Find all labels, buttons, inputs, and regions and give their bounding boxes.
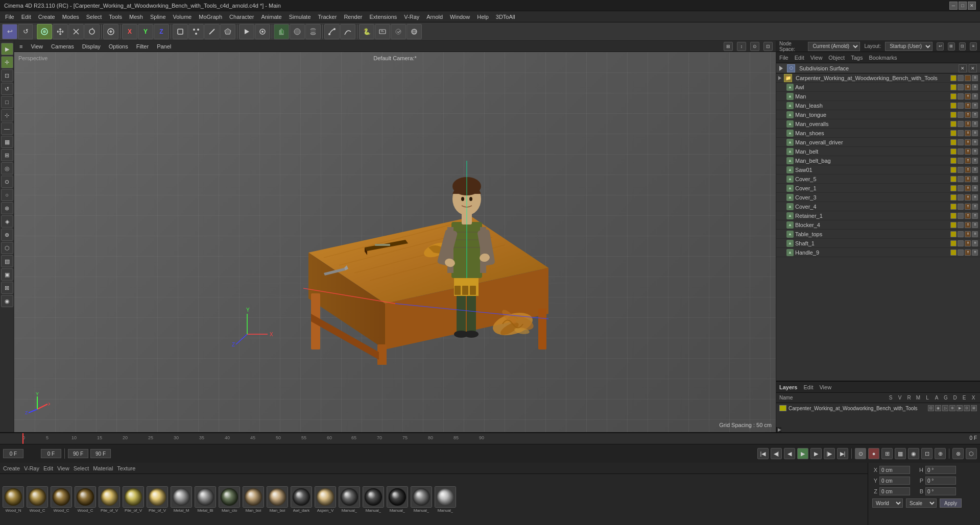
- toolbar-rotate[interactable]: [84, 24, 100, 39]
- obj-dot-y-18[interactable]: [950, 249, 957, 256]
- goto-end-btn[interactable]: ▶|: [837, 448, 848, 459]
- om-file[interactable]: File: [779, 55, 788, 61]
- toolbar-sphere[interactable]: [290, 24, 305, 39]
- obj-dot-g2-15[interactable]: ⠿: [972, 222, 978, 228]
- om-object[interactable]: Object: [828, 55, 845, 61]
- obj-dot-t-1[interactable]: ⠿: [965, 93, 971, 99]
- node-space-select[interactable]: Current (Arnold): [808, 42, 860, 51]
- mat-man-boi1[interactable]: Man_boi: [242, 486, 265, 513]
- motion-system-btn[interactable]: ⊡: [921, 448, 933, 459]
- playhead[interactable]: [22, 433, 23, 444]
- object-row-17[interactable]: ▲ Shaft_1 ⠿ ⠿: [776, 239, 980, 248]
- pose-morph-btn[interactable]: ⊕: [935, 448, 946, 459]
- om-edit[interactable]: Edit: [795, 55, 804, 61]
- layer-icon-3[interactable]: ▷: [942, 405, 948, 411]
- object-row-1[interactable]: ▲ Man ⠿ ⠿: [776, 92, 980, 101]
- obj-dot-g-10[interactable]: [958, 176, 964, 182]
- coord-y-pos[interactable]: 0 cm: [879, 477, 910, 485]
- toolbar-cube[interactable]: [274, 24, 289, 39]
- next-frame-btn[interactable]: |▶: [824, 448, 835, 459]
- obj-dot-g2-17[interactable]: ⠿: [972, 240, 978, 246]
- object-row-8[interactable]: ▲ Man_belt_bag ⠿ ⠿: [776, 156, 980, 165]
- obj-dot-g2-10[interactable]: ⠿: [972, 176, 978, 182]
- menu-modes[interactable]: Modes: [59, 13, 82, 21]
- bookmark-btn-2[interactable]: ⊞: [948, 42, 955, 51]
- obj-dot-g-14[interactable]: [958, 213, 964, 219]
- layer-icon-5[interactable]: ▶: [957, 405, 963, 411]
- frame-end-input[interactable]: [68, 449, 88, 458]
- maximize-button[interactable]: □: [959, 2, 967, 10]
- coord-h-rot[interactable]: 0 °: [925, 466, 956, 474]
- right-edge-collapse[interactable]: ▶: [776, 427, 781, 432]
- toolbar-point-mode[interactable]: [188, 24, 204, 39]
- obj-dot-y-17[interactable]: [950, 240, 957, 246]
- toolbar-python[interactable]: 🐍: [359, 24, 374, 39]
- object-row-0[interactable]: ▲ Awl ⠿ ⠿: [776, 83, 980, 92]
- toolbar-bezier[interactable]: [340, 24, 355, 39]
- layer-icon-7[interactable]: ⊠: [971, 405, 977, 411]
- obj-dot-y-9[interactable]: [950, 167, 957, 173]
- mat-manual1[interactable]: Manual_: [338, 486, 361, 513]
- viewport-menu-toggle[interactable]: ≡: [17, 42, 25, 51]
- auto-key-btn[interactable]: ⊙: [855, 448, 866, 459]
- om-edit-btn[interactable]: ✕: [959, 64, 967, 72]
- coord-z-pos[interactable]: 0 cm: [879, 487, 910, 495]
- om-close-btn[interactable]: ✕: [969, 64, 977, 72]
- menu-simulate[interactable]: Simulate: [286, 13, 314, 21]
- viewport-grid-toggle[interactable]: ⊞: [724, 42, 733, 51]
- left-tool-pointer[interactable]: ▶: [1, 43, 13, 55]
- left-tool-scale[interactable]: ⊡: [1, 69, 13, 82]
- mat-menu-edit[interactable]: Edit: [43, 465, 53, 471]
- obj-dot-t-12[interactable]: ⠿: [965, 194, 971, 201]
- menu-render[interactable]: Render: [341, 13, 365, 21]
- obj-dot-t-9[interactable]: ⠿: [965, 167, 971, 173]
- toolbar-y-axis[interactable]: Y: [138, 24, 153, 39]
- object-row-10[interactable]: ▲ Cover_5 ⠿ ⠿: [776, 174, 980, 184]
- menu-mesh[interactable]: Mesh: [126, 13, 146, 21]
- obj-dot-t-7[interactable]: ⠿: [965, 148, 971, 155]
- mat-pile2[interactable]: Pile_of_V: [122, 486, 145, 513]
- layer-color[interactable]: [779, 405, 786, 411]
- viewport-menu-view[interactable]: View: [29, 42, 45, 51]
- obj-dot-y-4[interactable]: [950, 121, 957, 127]
- prev-frame-btn[interactable]: ◀|: [771, 448, 782, 459]
- obj-dot-t-8[interactable]: ⠿: [965, 158, 971, 164]
- frame-start-input[interactable]: 0 F: [3, 449, 23, 458]
- apply-button[interactable]: Apply: [940, 498, 962, 508]
- obj-dot-g-18[interactable]: [958, 249, 964, 256]
- obj-dot-g-5[interactable]: [958, 130, 964, 136]
- obj-dot-g-15[interactable]: [958, 222, 964, 228]
- left-tool-live-sel[interactable]: ⊙: [1, 176, 13, 188]
- menu-extensions[interactable]: Extensions: [366, 13, 400, 21]
- menu-arnold[interactable]: Arnold: [423, 13, 446, 21]
- coord-b-rot[interactable]: 0 °: [925, 487, 956, 495]
- obj-dot-y-11[interactable]: [950, 185, 957, 191]
- bookmark-btn-1[interactable]: ↩: [937, 42, 944, 51]
- obj-dot-g-17[interactable]: [958, 240, 964, 246]
- mat-manual5[interactable]: Manual_: [434, 486, 457, 513]
- left-tool-polys[interactable]: ▦: [1, 136, 13, 148]
- obj-dot-g2-4[interactable]: ⠿: [972, 121, 978, 127]
- layer-icon-6[interactable]: ⊙: [964, 405, 970, 411]
- frame-current-input[interactable]: 0 F: [41, 449, 61, 458]
- menu-help[interactable]: Help: [474, 13, 492, 21]
- menu-create[interactable]: Create: [35, 13, 58, 21]
- snap-btn[interactable]: ⊗: [952, 448, 964, 459]
- mat-metal-m[interactable]: Metal_M: [170, 486, 193, 513]
- scale-select[interactable]: Scale: [906, 498, 937, 508]
- menu-volume[interactable]: Volume: [170, 13, 195, 21]
- left-tool-extrude[interactable]: ▧: [1, 255, 13, 267]
- obj-dot-t-10[interactable]: ⠿: [965, 176, 971, 182]
- obj-dot-g2-16[interactable]: ⠿: [972, 231, 978, 237]
- toolbar-scale[interactable]: [68, 24, 84, 39]
- viewport-menu-display[interactable]: Display: [80, 42, 103, 51]
- mat-menu-view[interactable]: View: [57, 465, 69, 471]
- left-tool-brush[interactable]: ○: [1, 189, 13, 201]
- coord-x-pos[interactable]: 0 cm: [879, 466, 910, 474]
- menu-animate[interactable]: Animate: [258, 13, 284, 21]
- layer-icon-4[interactable]: ⊕: [949, 405, 955, 411]
- viewport-maximize[interactable]: ⊡: [763, 42, 773, 51]
- minimize-button[interactable]: ─: [949, 2, 958, 10]
- menu-tracker[interactable]: Tracker: [315, 13, 340, 21]
- menu-select[interactable]: Select: [83, 13, 105, 21]
